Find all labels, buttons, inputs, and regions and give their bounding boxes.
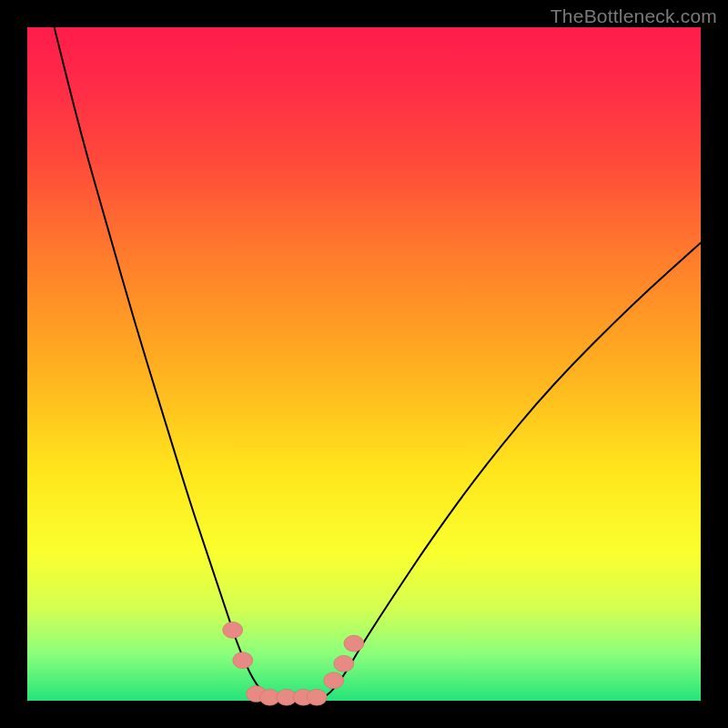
marker-left-low: [233, 652, 253, 669]
markers-group: [223, 622, 364, 705]
marker-left-high: [223, 622, 243, 638]
marker-right-low: [324, 672, 344, 689]
marker-floor-5: [307, 689, 327, 705]
chart-frame: TheBottleneck.com: [0, 0, 728, 728]
bottleneck-curve-right: [324, 243, 701, 698]
chart-svg: [27, 27, 701, 701]
marker-right-high: [344, 635, 364, 652]
bottleneck-curve-left: [55, 27, 270, 697]
marker-right-mid: [334, 655, 354, 672]
watermark-text: TheBottleneck.com: [551, 5, 717, 27]
